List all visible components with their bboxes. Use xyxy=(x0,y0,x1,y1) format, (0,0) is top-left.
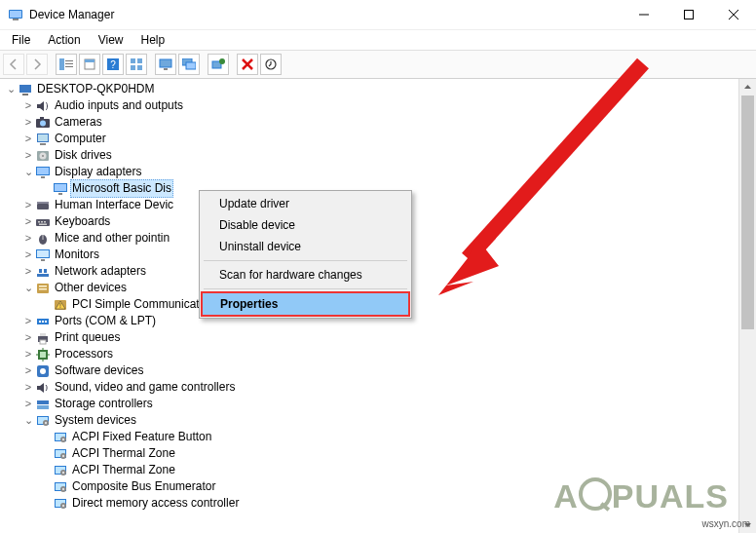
twisty-icon[interactable]: > xyxy=(21,114,35,131)
svg-point-94 xyxy=(62,454,64,456)
tree-category[interactable]: >Processors xyxy=(4,346,739,362)
tree-item-label: System devices xyxy=(55,412,136,429)
scroll-up-button[interactable] xyxy=(739,79,756,95)
svg-rect-29 xyxy=(22,94,28,95)
twisty-icon[interactable]: > xyxy=(21,230,35,247)
port-icon xyxy=(35,314,51,329)
menu-file[interactable]: File xyxy=(4,31,38,49)
twisty-icon[interactable]: > xyxy=(21,213,35,230)
tree-item-label: Disk drives xyxy=(55,147,112,164)
toolbar-update-driver[interactable] xyxy=(260,54,282,75)
svg-rect-1 xyxy=(10,11,21,18)
system-icon xyxy=(35,413,51,429)
twisty-icon[interactable]: > xyxy=(21,329,35,346)
monitor-icon xyxy=(35,247,51,263)
svg-point-98 xyxy=(62,471,64,473)
twisty-icon[interactable]: > xyxy=(21,346,35,362)
toolbar-help[interactable]: ? xyxy=(102,54,124,75)
tree-item-label: Storage controllers xyxy=(55,396,153,412)
menu-action[interactable]: Action xyxy=(40,31,88,49)
toolbar-forward[interactable] xyxy=(26,54,48,75)
maximize-button[interactable] xyxy=(666,0,711,29)
cm-disable-device[interactable]: Disable device xyxy=(202,214,409,236)
twisty-icon[interactable]: > xyxy=(21,197,35,213)
tree-category[interactable]: >Sound, video and game controllers xyxy=(4,379,739,396)
twisty-icon[interactable]: > xyxy=(21,362,35,379)
toolbar-scan-hardware[interactable] xyxy=(208,54,229,75)
cm-uninstall-device[interactable]: Uninstall device xyxy=(202,236,409,257)
svg-point-24 xyxy=(219,58,225,64)
twisty-icon[interactable]: ⌄ xyxy=(4,81,18,97)
toolbar-back[interactable] xyxy=(3,54,24,75)
twisty-icon[interactable]: > xyxy=(21,263,35,280)
tree-category[interactable]: >Computer xyxy=(4,131,739,147)
svg-rect-15 xyxy=(131,58,135,63)
svg-rect-43 xyxy=(55,184,66,191)
context-menu: Update driver Disable device Uninstall d… xyxy=(199,190,412,319)
tree-device[interactable]: ACPI Thermal Zone xyxy=(4,462,739,478)
cm-update-driver[interactable]: Update driver xyxy=(202,193,409,214)
twisty-icon[interactable]: > xyxy=(21,131,35,147)
tree-root[interactable]: ⌄DESKTOP-QKP0HDM xyxy=(4,81,739,97)
audio-icon xyxy=(35,98,51,114)
tree-category[interactable]: ⌄System devices xyxy=(4,412,739,429)
system-icon xyxy=(53,463,68,478)
twisty-icon[interactable]: > xyxy=(21,147,35,164)
twisty-icon[interactable]: ⌄ xyxy=(21,412,35,429)
svg-text:!: ! xyxy=(59,302,61,309)
network-icon xyxy=(35,264,51,280)
twisty-icon[interactable]: ⌄ xyxy=(21,280,35,296)
svg-rect-55 xyxy=(37,250,49,257)
tree-item-label: ACPI Fixed Feature Button xyxy=(72,429,211,445)
cm-properties[interactable]: Properties xyxy=(201,291,410,317)
twisty-icon[interactable]: > xyxy=(21,379,35,396)
tree-category[interactable]: >Audio inputs and outputs xyxy=(4,97,739,114)
tree-device[interactable]: ACPI Fixed Feature Button xyxy=(4,429,739,445)
svg-rect-10 xyxy=(65,66,73,67)
toolbar-view-devices-by-type[interactable] xyxy=(155,54,176,75)
toolbar-show-hide-tree[interactable] xyxy=(56,54,77,75)
vertical-scrollbar[interactable] xyxy=(738,79,756,533)
tree-device[interactable]: ACPI Thermal Zone xyxy=(4,445,739,462)
svg-rect-72 xyxy=(40,340,46,344)
tree-item-label: Print queues xyxy=(55,329,120,346)
tree-item-label: Software devices xyxy=(55,362,143,379)
twisty-icon[interactable]: > xyxy=(21,97,35,114)
toolbar-properties[interactable] xyxy=(79,54,100,75)
tree-category[interactable]: >Storage controllers xyxy=(4,396,739,412)
svg-text:?: ? xyxy=(110,59,116,70)
twisty-icon[interactable]: > xyxy=(21,313,35,329)
twisty-icon[interactable]: > xyxy=(21,247,35,263)
toolbar-uninstall[interactable] xyxy=(237,54,258,75)
tree-item-label: Keyboards xyxy=(55,213,110,230)
svg-rect-17 xyxy=(131,65,135,70)
tree-item-label: Other devices xyxy=(55,280,127,296)
cm-scan-hardware[interactable]: Scan for hardware changes xyxy=(202,264,409,286)
menu-view[interactable]: View xyxy=(91,31,132,49)
svg-point-38 xyxy=(42,155,44,157)
twisty-icon[interactable]: ⌄ xyxy=(21,164,35,180)
svg-rect-4 xyxy=(685,11,694,19)
tree-category[interactable]: >Print queues xyxy=(4,329,739,346)
scroll-thumb[interactable] xyxy=(741,95,754,329)
svg-rect-51 xyxy=(39,223,47,225)
tree-category[interactable]: >Cameras xyxy=(4,114,739,131)
toolbar-grid[interactable] xyxy=(126,54,147,75)
tree-category[interactable]: >Software devices xyxy=(4,362,739,379)
svg-rect-16 xyxy=(137,58,142,63)
svg-rect-40 xyxy=(37,168,49,174)
watermark-text-post: PUALS xyxy=(612,477,729,514)
close-button[interactable] xyxy=(711,0,756,29)
tree-category[interactable]: >Disk drives xyxy=(4,147,739,164)
minimize-button[interactable] xyxy=(622,0,666,29)
svg-rect-67 xyxy=(39,321,41,323)
svg-rect-2 xyxy=(13,19,19,20)
toolbar-view-devices-by-connection[interactable] xyxy=(178,54,200,75)
tree-item-label: Ports (COM & LPT) xyxy=(55,313,156,329)
tree-item-label: Cameras xyxy=(55,114,102,131)
mouse-icon xyxy=(35,231,51,247)
menu-help[interactable]: Help xyxy=(133,31,173,49)
tree-category[interactable]: ⌄Display adapters xyxy=(4,164,739,180)
svg-rect-50 xyxy=(44,221,46,223)
twisty-icon[interactable]: > xyxy=(21,396,35,412)
